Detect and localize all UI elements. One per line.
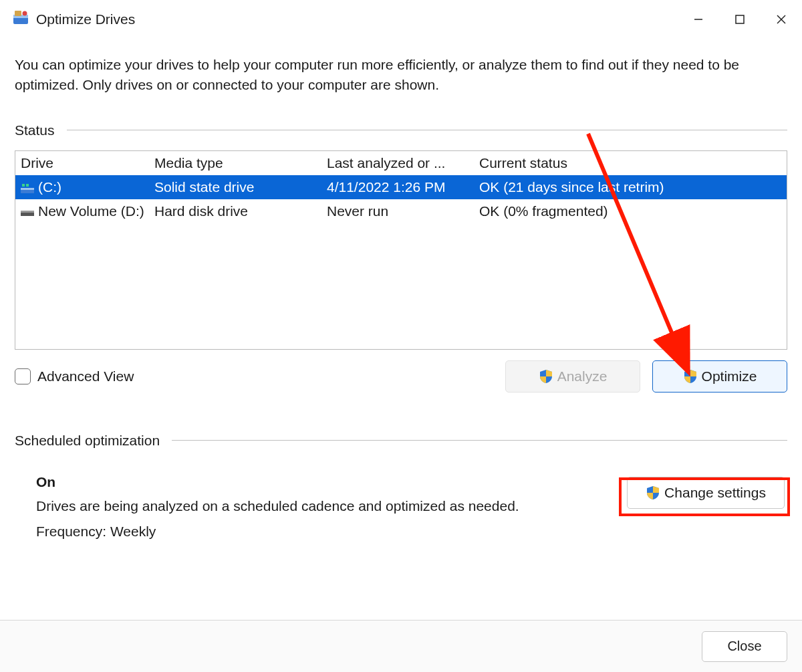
scheduled-label: Scheduled optimization [15, 433, 172, 449]
drive-media-type: Solid state drive [149, 175, 321, 199]
svg-rect-2 [15, 11, 21, 16]
shield-icon [683, 369, 698, 384]
drive-last-analyzed: 4/11/2022 1:26 PM [321, 175, 474, 199]
table-row[interactable]: New Volume (D:) Hard disk drive Never ru… [15, 199, 787, 223]
minimize-button[interactable] [678, 5, 719, 34]
maximize-button[interactable] [719, 5, 761, 34]
scheduled-state: On [36, 474, 627, 490]
drive-media-type: Hard disk drive [149, 199, 321, 223]
analyze-button[interactable]: Analyze [505, 360, 640, 393]
scheduled-frequency: Frequency: Weekly [36, 524, 627, 540]
svg-rect-10 [22, 184, 25, 187]
drive-last-analyzed: Never run [321, 199, 474, 223]
col-current-status[interactable]: Current status [474, 151, 787, 175]
optimize-button-label: Optimize [702, 368, 757, 384]
col-drive[interactable]: Drive [15, 151, 149, 175]
optimize-button[interactable]: Optimize [652, 360, 787, 393]
analyze-button-label: Analyze [557, 368, 608, 384]
drive-name: New Volume (D:) [38, 203, 144, 219]
svg-rect-11 [26, 184, 29, 187]
status-label: Status [15, 122, 67, 138]
close-button[interactable]: Close [702, 631, 787, 662]
close-window-button[interactable] [761, 5, 802, 34]
drive-table: Drive Media type Last analyzed or ... Cu… [15, 150, 787, 350]
change-settings-label: Change settings [664, 485, 766, 501]
shield-icon [539, 369, 553, 384]
col-last-analyzed[interactable]: Last analyzed or ... [321, 151, 474, 175]
drive-name: (C:) [38, 179, 61, 195]
dialog-footer: Close [0, 620, 802, 672]
col-media-type[interactable]: Media type [149, 151, 321, 175]
svg-point-3 [23, 11, 27, 15]
hdd-icon [21, 206, 34, 217]
advanced-view-checkbox[interactable] [15, 368, 31, 384]
window-title: Optimize Drives [36, 11, 135, 27]
change-settings-button[interactable]: Change settings [627, 477, 785, 509]
svg-rect-9 [21, 188, 34, 190]
close-button-label: Close [727, 639, 761, 654]
advanced-view-label: Advanced View [37, 368, 134, 384]
shield-icon [646, 485, 660, 500]
titlebar: Optimize Drives [0, 0, 802, 39]
drive-table-header: Drive Media type Last analyzed or ... Cu… [15, 151, 787, 175]
svg-rect-5 [736, 15, 744, 23]
window-description: You can optimize your drives to help you… [15, 55, 787, 96]
app-icon [12, 9, 29, 30]
ssd-icon [21, 182, 34, 193]
drive-status: OK (21 days since last retrim) [474, 175, 787, 199]
drive-status: OK (0% fragmented) [474, 199, 787, 223]
scheduled-description: Drives are being analyzed on a scheduled… [36, 498, 627, 514]
status-group-header: Status [15, 122, 787, 138]
svg-rect-13 [21, 211, 34, 213]
table-row[interactable]: (C:) Solid state drive 4/11/2022 1:26 PM… [15, 175, 787, 199]
scheduled-group-header: Scheduled optimization [15, 433, 787, 449]
